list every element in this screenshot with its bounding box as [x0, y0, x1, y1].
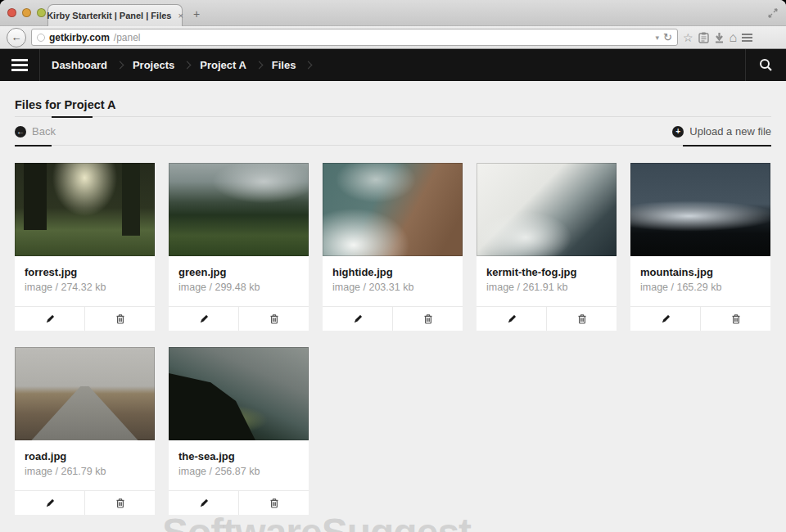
watermark-suffix: .com — [471, 526, 519, 532]
file-meta: image / 274.32 kb — [25, 282, 145, 293]
chevron-right-icon — [115, 61, 124, 70]
browser-tab-bar: Kirby Starterkit | Panel | Files × + — [0, 0, 786, 26]
browser-tab[interactable]: Kirby Starterkit | Panel | Files × — [47, 4, 183, 26]
back-button[interactable]: ← Back — [15, 125, 56, 138]
delete-file-button[interactable] — [546, 307, 617, 331]
search-icon — [759, 58, 773, 72]
downloads-icon[interactable] — [714, 32, 725, 43]
pencil-icon — [44, 313, 56, 325]
edit-file-button[interactable] — [15, 491, 84, 515]
pencil-icon — [660, 313, 671, 325]
browser-menu-icon[interactable] — [742, 34, 752, 42]
file-name[interactable]: forrest.jpg — [25, 266, 145, 278]
browser-window: Kirby Starterkit | Panel | Files × + ← g… — [0, 0, 786, 532]
pencil-icon — [506, 313, 517, 325]
file-card: green.jpg image / 299.48 kb — [169, 163, 309, 331]
pencil-icon — [198, 313, 210, 325]
actions-row: ← Back + Upload a new file — [15, 118, 771, 145]
tab-close-icon[interactable]: × — [178, 11, 183, 20]
delete-file-button[interactable] — [84, 307, 155, 331]
file-meta: image / 261.91 kb — [486, 282, 607, 293]
file-name[interactable]: mountains.jpg — [640, 266, 761, 278]
file-card: the-sea.jpg image / 256.87 kb — [169, 347, 309, 515]
file-thumbnail[interactable] — [15, 163, 155, 256]
file-name[interactable]: kermit-the-fog.jpg — [486, 266, 607, 278]
title-divider — [15, 116, 771, 118]
file-meta: image / 203.31 kb — [332, 282, 453, 293]
home-icon[interactable]: ⌂ — [730, 32, 738, 43]
delete-file-button[interactable] — [84, 491, 155, 515]
search-button[interactable] — [745, 49, 786, 81]
bookmark-star-icon[interactable]: ☆ — [683, 32, 693, 43]
file-thumbnail[interactable] — [477, 163, 617, 256]
chevron-right-icon — [183, 61, 192, 70]
delete-file-button[interactable] — [700, 307, 770, 331]
delete-file-button[interactable] — [238, 491, 309, 515]
trash-icon — [115, 313, 126, 325]
tab-title: Kirby Starterkit | Panel | Files — [47, 11, 171, 20]
upload-label: Upload a new file — [689, 125, 771, 138]
panel-topbar: Dashboard Projects Project A Files — [0, 49, 786, 81]
breadcrumb: Dashboard Projects Project A Files — [40, 49, 745, 81]
file-meta: image / 256.87 kb — [178, 466, 299, 477]
plus-icon: + — [672, 126, 684, 138]
chevron-right-icon — [305, 61, 313, 70]
file-name[interactable]: hightide.jpg — [332, 266, 453, 278]
file-meta: image / 299.48 kb — [178, 282, 299, 293]
page-title: Files for Project A — [15, 81, 771, 111]
breadcrumb-files[interactable]: Files — [272, 59, 296, 71]
file-name[interactable]: road.jpg — [25, 450, 145, 462]
back-arrow-icon: ← — [15, 126, 26, 138]
file-thumbnail[interactable] — [323, 163, 463, 256]
back-label: Back — [32, 125, 56, 138]
browser-back-button[interactable]: ← — [7, 28, 26, 47]
breadcrumb-projects[interactable]: Projects — [133, 59, 174, 71]
file-thumbnail[interactable] — [169, 347, 309, 440]
file-card: road.jpg image / 261.79 kb — [15, 347, 155, 515]
delete-file-button[interactable] — [392, 307, 463, 331]
site-identity-icon[interactable] — [37, 34, 45, 42]
trash-icon — [576, 313, 588, 325]
trash-icon — [269, 313, 280, 325]
pencil-icon — [44, 498, 56, 509]
file-meta: image / 261.79 kb — [25, 466, 145, 477]
minimize-window-button[interactable] — [22, 8, 31, 17]
bookmarks-sidebar-icon[interactable] — [698, 32, 709, 43]
url-field[interactable]: getkirby.com /panel ▾ ↻ — [31, 29, 678, 46]
file-name[interactable]: the-sea.jpg — [178, 450, 299, 462]
trash-icon — [269, 498, 280, 509]
file-thumbnail[interactable] — [169, 163, 309, 256]
delete-file-button[interactable] — [238, 307, 309, 331]
actions-divider — [15, 145, 771, 147]
url-dropdown-icon[interactable]: ▾ — [656, 34, 660, 42]
edit-file-button[interactable] — [169, 307, 238, 331]
zoom-window-button[interactable] — [37, 8, 46, 17]
browser-url-bar: ← getkirby.com /panel ▾ ↻ ☆ ⌂ — [0, 26, 786, 49]
reload-icon[interactable]: ↻ — [663, 31, 672, 43]
chevron-right-icon — [255, 61, 263, 70]
edit-file-button[interactable] — [323, 307, 392, 331]
trash-icon — [730, 313, 742, 325]
new-tab-button[interactable]: + — [193, 8, 200, 20]
breadcrumb-project-a[interactable]: Project A — [200, 59, 246, 71]
panel-menu-button[interactable] — [0, 49, 40, 81]
edit-file-button[interactable] — [169, 491, 238, 515]
file-thumbnail[interactable] — [630, 163, 770, 256]
window-controls — [7, 8, 46, 17]
file-thumbnail[interactable] — [15, 347, 155, 440]
file-card: forrest.jpg image / 274.32 kb — [15, 163, 155, 331]
url-path: /panel — [114, 32, 141, 43]
file-meta: image / 165.29 kb — [640, 282, 761, 293]
edit-file-button[interactable] — [15, 307, 84, 331]
edit-file-button[interactable] — [477, 307, 546, 331]
close-window-button[interactable] — [7, 8, 16, 17]
fullscreen-icon[interactable] — [768, 7, 778, 21]
edit-file-button[interactable] — [630, 307, 700, 331]
files-view: Files for Project A ← Back + Upload a ne… — [0, 81, 786, 532]
upload-button[interactable]: + Upload a new file — [672, 125, 771, 138]
file-name[interactable]: green.jpg — [178, 266, 299, 278]
trash-icon — [115, 498, 126, 509]
pencil-icon — [352, 313, 364, 325]
breadcrumb-dashboard[interactable]: Dashboard — [52, 59, 107, 71]
pencil-icon — [198, 498, 210, 509]
